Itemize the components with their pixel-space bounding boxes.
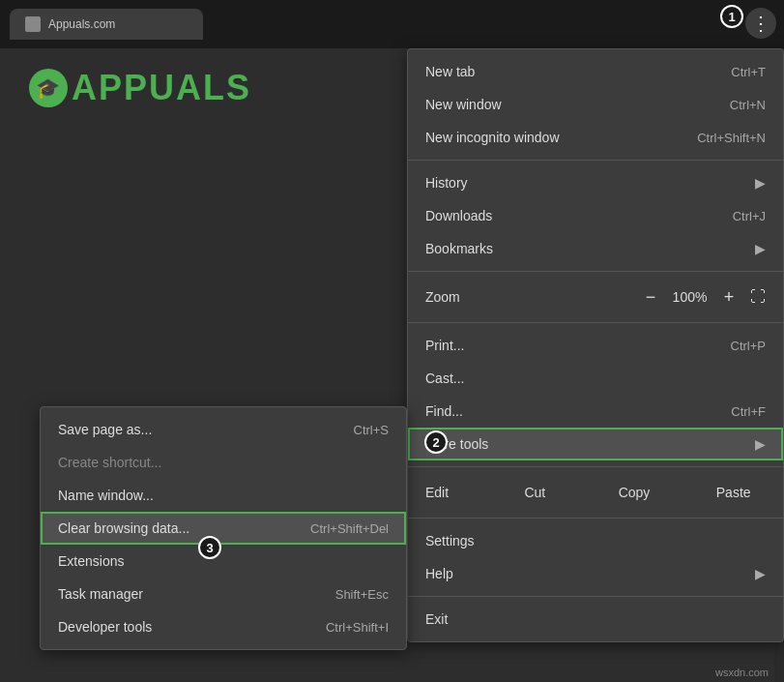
divider-3	[408, 322, 783, 323]
menu-item-history[interactable]: History ▶	[408, 166, 783, 199]
incognito-label: New incognito window	[425, 130, 697, 145]
page-area: 🎓 APPUALS New tab Ctrl+T New window Ctrl…	[0, 48, 784, 682]
menu-item-downloads[interactable]: Downloads Ctrl+J	[408, 199, 783, 232]
fullscreen-icon[interactable]: ⛶	[750, 288, 766, 306]
paste-button[interactable]: Paste	[683, 479, 783, 506]
badge-3: 3	[198, 536, 221, 559]
downloads-label: Downloads	[425, 208, 733, 223]
sub-menu-item-developer-tools[interactable]: Developer tools Ctrl+Shift+I	[41, 610, 406, 643]
edit-row: Edit Cut Copy Paste	[408, 473, 783, 512]
menu-item-bookmarks[interactable]: Bookmarks ▶	[408, 232, 783, 265]
cast-label: Cast...	[425, 371, 766, 386]
menu-item-new-tab[interactable]: New tab Ctrl+T	[408, 55, 783, 88]
divider-1	[408, 160, 783, 161]
tab-favicon	[25, 16, 41, 32]
new-window-shortcut: Ctrl+N	[730, 98, 766, 112]
extensions-label: Extensions	[58, 553, 389, 569]
chrome-menu: New tab Ctrl+T New window Ctrl+N New inc…	[407, 48, 784, 642]
sub-menu-item-clear-browsing[interactable]: Clear browsing data... Ctrl+Shift+Del	[41, 512, 406, 545]
sub-menu-item-extensions[interactable]: Extensions	[41, 545, 406, 578]
task-manager-label: Task manager	[58, 586, 335, 602]
tab-title: Appuals.com	[48, 17, 188, 31]
menu-item-exit[interactable]: Exit	[408, 603, 783, 636]
sub-menu-item-name-window[interactable]: Name window...	[41, 479, 406, 512]
new-tab-shortcut: Ctrl+T	[731, 65, 766, 79]
three-dot-menu-button[interactable]	[745, 8, 776, 39]
copy-button[interactable]: Copy	[585, 479, 684, 506]
history-arrow-icon: ▶	[755, 175, 766, 191]
zoom-plus-button[interactable]: +	[715, 283, 742, 311]
divider-5	[408, 518, 783, 519]
find-shortcut: Ctrl+F	[731, 404, 766, 419]
create-shortcut-label: Create shortcut...	[58, 455, 389, 470]
cut-button[interactable]: Cut	[485, 479, 585, 506]
menu-item-more-tools[interactable]: More tools ▶	[408, 428, 783, 460]
logo-icon: 🎓	[29, 69, 68, 107]
active-tab[interactable]: Appuals.com	[10, 9, 203, 40]
developer-tools-shortcut: Ctrl+Shift+I	[326, 620, 389, 635]
zoom-minus-button[interactable]: −	[637, 283, 664, 311]
logo-label: APPUALS	[72, 68, 251, 108]
tab-bar: Appuals.com ★	[10, 9, 774, 40]
menu-item-print[interactable]: Print... Ctrl+P	[408, 329, 783, 362]
more-tools-label: More tools	[425, 436, 747, 452]
find-label: Find...	[425, 403, 731, 419]
print-label: Print...	[425, 338, 731, 353]
logo-area: 🎓 APPUALS	[29, 68, 251, 108]
badge-2: 2	[424, 430, 448, 454]
edit-label: Edit	[408, 479, 485, 506]
developer-tools-label: Developer tools	[58, 619, 326, 635]
menu-item-cast[interactable]: Cast...	[408, 362, 783, 395]
clear-browsing-label: Clear browsing data...	[58, 520, 310, 536]
exit-label: Exit	[425, 611, 766, 627]
name-window-label: Name window...	[58, 488, 389, 503]
browser-chrome: Appuals.com ★	[0, 0, 784, 48]
more-tools-submenu: Save page as... Ctrl+S Create shortcut..…	[40, 406, 407, 650]
sub-menu-item-task-manager[interactable]: Task manager Shift+Esc	[41, 578, 406, 610]
new-window-label: New window	[425, 97, 730, 112]
sub-menu-item-create-shortcut[interactable]: Create shortcut...	[41, 446, 406, 479]
incognito-shortcut: Ctrl+Shift+N	[697, 131, 766, 145]
watermark: wsxdn.com	[715, 667, 769, 678]
zoom-controls: − 100% + ⛶	[637, 283, 766, 311]
new-tab-label: New tab	[425, 64, 731, 79]
bookmarks-arrow-icon: ▶	[755, 241, 766, 256]
bookmarks-label: Bookmarks	[425, 241, 747, 256]
badge-1: 1	[720, 5, 743, 28]
save-page-label: Save page as...	[58, 422, 354, 437]
divider-2	[408, 271, 783, 272]
divider-6	[408, 596, 783, 597]
more-tools-arrow-icon: ▶	[755, 436, 766, 452]
history-label: History	[425, 175, 747, 191]
print-shortcut: Ctrl+P	[731, 339, 766, 353]
menu-item-help[interactable]: Help ▶	[408, 557, 783, 590]
settings-label: Settings	[425, 533, 766, 549]
sub-menu-item-save-page[interactable]: Save page as... Ctrl+S	[41, 413, 406, 446]
save-page-shortcut: Ctrl+S	[354, 423, 389, 437]
menu-item-find[interactable]: Find... Ctrl+F	[408, 395, 783, 428]
zoom-percent: 100%	[668, 289, 711, 305]
help-label: Help	[425, 566, 747, 581]
logo-text: 🎓 APPUALS	[29, 68, 251, 108]
downloads-shortcut: Ctrl+J	[733, 209, 766, 223]
zoom-label: Zoom	[425, 289, 637, 305]
zoom-row: Zoom − 100% + ⛶	[408, 278, 783, 316]
menu-item-new-window[interactable]: New window Ctrl+N	[408, 88, 783, 121]
clear-browsing-shortcut: Ctrl+Shift+Del	[310, 521, 389, 536]
menu-item-settings[interactable]: Settings	[408, 524, 783, 557]
divider-4	[408, 466, 783, 467]
menu-item-incognito[interactable]: New incognito window Ctrl+Shift+N	[408, 121, 783, 154]
help-arrow-icon: ▶	[755, 566, 766, 581]
task-manager-shortcut: Shift+Esc	[335, 587, 389, 602]
